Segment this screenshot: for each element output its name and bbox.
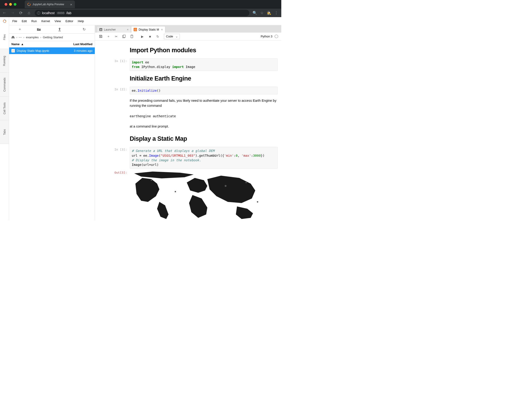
- bc-sep: ›: [16, 36, 17, 39]
- column-name[interactable]: Name: [11, 42, 19, 46]
- minimize-window-icon[interactable]: [9, 3, 12, 6]
- code-cell[interactable]: In [2]:ee.Initialize(): [100, 87, 278, 94]
- window-controls: [2, 3, 19, 6]
- input-prompt: In [1]:: [100, 58, 130, 71]
- input-prompt: [100, 96, 130, 111]
- cell-type-select[interactable]: Code: [164, 34, 180, 39]
- file-name: Display Static Map.ipynb: [17, 49, 49, 52]
- breadcrumb-ellipsis[interactable]: ⋯: [19, 36, 22, 39]
- code-input[interactable]: ee.Initialize(): [130, 87, 278, 94]
- file-list-header: Name ▲ Last Modified: [9, 41, 95, 47]
- back-button[interactable]: ←: [2, 10, 7, 15]
- heading: Import Python modules: [130, 47, 278, 54]
- file-row[interactable]: ◫Display Static Map.ipynb3 minutes ago: [9, 47, 95, 54]
- menu-help[interactable]: Help: [76, 17, 86, 25]
- code-input[interactable]: import ee from IPython.display import Im…: [130, 58, 278, 71]
- svg-text:+: +: [38, 29, 39, 31]
- jupyter-logo[interactable]: [0, 17, 9, 25]
- cell-body: Display a Static Map: [130, 133, 278, 146]
- bc-sep: ›: [23, 36, 24, 39]
- copy-button[interactable]: [120, 33, 127, 40]
- upload-button[interactable]: [58, 28, 67, 31]
- menu-bar: FileEditRunKernelViewEditorHelp: [9, 17, 281, 25]
- input-prompt: [100, 133, 130, 146]
- column-modified[interactable]: Last Modified: [73, 42, 92, 46]
- markdown-cell[interactable]: Initialize Earth Engine: [100, 72, 278, 85]
- input-prompt: [100, 72, 130, 85]
- rail-tab-files[interactable]: Files: [0, 25, 9, 49]
- sort-arrow-icon[interactable]: ▲: [21, 42, 24, 46]
- code-cell[interactable]: In [1]:import ee from IPython.display im…: [100, 58, 278, 71]
- close-tab-icon[interactable]: ×: [70, 2, 72, 6]
- breadcrumb-part[interactable]: examples: [26, 36, 39, 39]
- url-port: :8888: [56, 11, 64, 15]
- kernel-status-icon[interactable]: [275, 35, 278, 38]
- home-button[interactable]: ⌂: [26, 10, 32, 15]
- file-browser-toolbar: ＋ + ↻: [9, 25, 95, 33]
- forward-button[interactable]: →: [10, 10, 15, 15]
- heading: Initialize Earth Engine: [130, 75, 278, 82]
- doc-tab-launcher[interactable]: ⊞Launcher×: [97, 26, 131, 33]
- close-tab-icon[interactable]: ×: [127, 28, 129, 31]
- new-folder-button[interactable]: +: [37, 28, 46, 31]
- refresh-button[interactable]: ↻: [79, 27, 89, 31]
- menu-editor[interactable]: Editor: [63, 17, 76, 25]
- rail-tab-commands[interactable]: Commands: [0, 73, 9, 96]
- rail-tab-cell-tools[interactable]: Cell Tools: [0, 96, 9, 120]
- menu-file[interactable]: File: [10, 17, 19, 25]
- menu-kernel[interactable]: Kernel: [39, 17, 52, 25]
- kernel-name[interactable]: Python 3: [261, 35, 272, 38]
- breadcrumb-part[interactable]: Getting Started: [43, 36, 63, 39]
- save-button[interactable]: [97, 33, 104, 40]
- doc-tab-label: Launcher: [104, 28, 116, 31]
- menu-edit[interactable]: Edit: [19, 17, 29, 25]
- stop-button[interactable]: ■: [147, 33, 153, 40]
- app-top-row: FileEditRunKernelViewEditorHelp: [0, 17, 281, 25]
- url-input[interactable]: i localhost:8888/lab: [35, 10, 249, 16]
- heading: Display a Static Map: [130, 135, 278, 142]
- markdown-cell[interactable]: Display a Static Map: [100, 133, 278, 146]
- new-launcher-button[interactable]: ＋: [15, 27, 24, 32]
- markdown-cell[interactable]: at a command line prompt.: [100, 122, 278, 131]
- menu-run[interactable]: Run: [29, 17, 39, 25]
- markdown-cell[interactable]: Import Python modules: [100, 44, 278, 57]
- zoom-icon[interactable]: 🔍: [252, 11, 257, 15]
- rail-label: Files: [3, 34, 6, 40]
- rail-tab-tabs[interactable]: Tabs: [0, 120, 9, 144]
- paragraph: at a command line prompt.: [130, 124, 278, 129]
- cut-button[interactable]: ✂: [113, 33, 120, 40]
- code-input[interactable]: # Generate a URL that displays a global …: [130, 147, 278, 168]
- browser-tab[interactable]: JupyterLab Alpha Preview ×: [25, 0, 75, 8]
- menu-view[interactable]: View: [52, 17, 63, 25]
- restart-button[interactable]: ↻: [154, 33, 161, 40]
- rail-label: Running: [3, 56, 6, 66]
- maximize-window-icon[interactable]: [14, 3, 16, 6]
- insert-cell-button[interactable]: ＋: [105, 33, 112, 40]
- notebook-scroll[interactable]: Import Python modulesIn [1]:import ee fr…: [95, 40, 281, 221]
- markdown-cell[interactable]: If the preceding command fails, you like…: [100, 96, 278, 111]
- close-window-icon[interactable]: [5, 3, 7, 6]
- input-prompt: [100, 44, 130, 57]
- input-prompt: [100, 112, 130, 120]
- markdown-cell[interactable]: earthengine authenticate: [100, 112, 278, 120]
- close-tab-icon[interactable]: ×: [161, 28, 163, 31]
- browser-actions: 🔍 ☆ 🕵 ⋮: [252, 11, 280, 15]
- browser-menu-icon[interactable]: ⋮: [274, 11, 278, 15]
- rail-tab-running[interactable]: Running: [0, 49, 9, 73]
- doc-tab-label: Display Static M: [139, 28, 159, 31]
- code-cell[interactable]: In [3]:# Generate a URL that displays a …: [100, 147, 278, 168]
- notebook-icon: ◫: [134, 28, 137, 31]
- input-prompt: In [2]:: [100, 87, 130, 94]
- bookmark-icon[interactable]: ☆: [260, 11, 263, 15]
- breadcrumb-home-icon[interactable]: [11, 36, 15, 39]
- doc-tab-display-static-m[interactable]: ◫Display Static M×: [131, 26, 165, 33]
- notebook-icon: ◫: [11, 49, 15, 52]
- paste-button[interactable]: [128, 33, 135, 40]
- output-cell[interactable]: Out[3]:: [100, 170, 278, 220]
- run-button[interactable]: ▶: [139, 33, 146, 40]
- svg-rect-3: [123, 35, 125, 37]
- reload-button[interactable]: ⟳: [18, 10, 23, 16]
- info-icon[interactable]: i: [37, 11, 40, 15]
- inline-code: earthengine authenticate: [130, 114, 278, 118]
- breadcrumb: › ⋯ › examples › Getting Started: [9, 33, 95, 41]
